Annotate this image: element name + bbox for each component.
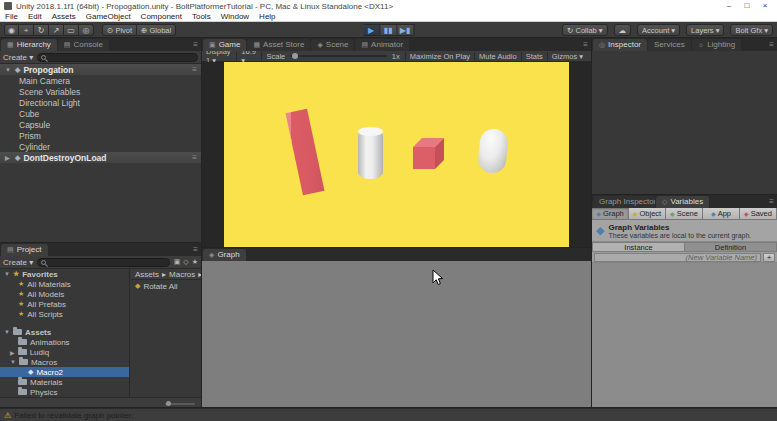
menu-gameobject[interactable]: GameObject (86, 12, 131, 21)
step-button[interactable]: ▶▮ (397, 24, 414, 36)
project-fav-all-models[interactable]: ★All Models (0, 289, 129, 299)
maximize-button[interactable]: □ (739, 1, 755, 11)
hand-tool-button[interactable]: ◉ (4, 24, 19, 36)
panel-menu-icon[interactable]: ≡ (769, 40, 774, 49)
tab-variables[interactable]: ◇Variables (656, 196, 709, 208)
kind-tab-scene[interactable]: ◆Scene (666, 208, 703, 219)
project-create-button[interactable]: Create ▾ (3, 258, 33, 267)
foldout-open-icon[interactable]: ▼ (4, 271, 10, 277)
hierarchy-item-capsule[interactable]: Capsule (0, 119, 201, 130)
project-zoom-slider[interactable] (165, 403, 195, 405)
hierarchy-create-button[interactable]: Create ▾ (3, 53, 33, 62)
rect-tool-button[interactable]: ▭ (64, 24, 79, 36)
project-folder-physics[interactable]: Physics (0, 387, 129, 397)
project-search-input[interactable] (37, 258, 169, 267)
project-content-rotate-all[interactable]: ◆ Rotate All (131, 280, 201, 292)
pause-button[interactable]: ▮▮ (380, 24, 397, 36)
tab-hierarchy[interactable]: ▦Hierarchy (1, 39, 57, 51)
tab-scene[interactable]: ◈Scene (311, 39, 354, 51)
breadcrumb-macros[interactable]: Macros (169, 270, 195, 279)
breadcrumb-assets[interactable]: Assets (135, 270, 159, 279)
menu-edit[interactable]: Edit (28, 12, 42, 21)
tab-console[interactable]: ▤Console (58, 39, 109, 51)
hierarchy-scene-row[interactable]: ▼ ◈ Propogation ≡ (0, 64, 201, 75)
slider-knob[interactable] (166, 401, 171, 406)
foldout-closed-icon[interactable]: ▶ (10, 349, 15, 356)
foldout-open-icon[interactable]: ▼ (4, 329, 10, 335)
project-folder-animations[interactable]: Animations (0, 337, 129, 347)
graph-canvas[interactable] (202, 261, 591, 407)
kind-tab-saved[interactable]: ◆Saved (740, 208, 777, 219)
foldout-closed-icon[interactable]: ▶ (5, 154, 12, 161)
minimize-button[interactable]: – (721, 1, 737, 11)
menu-window[interactable]: Window (221, 12, 249, 21)
scene-menu-icon[interactable]: ≡ (192, 65, 197, 74)
scale-slider[interactable] (290, 55, 386, 57)
project-folder-materials[interactable]: Materials (0, 377, 129, 387)
panel-menu-icon[interactable]: ≡ (583, 40, 588, 49)
menu-component[interactable]: Component (141, 12, 182, 21)
project-favorites-row[interactable]: ▼ ★ Favorites (0, 269, 129, 279)
add-variable-button[interactable]: + (763, 253, 775, 262)
tab-services[interactable]: Services (648, 39, 691, 51)
hierarchy-item-cylinder[interactable]: Cylinder (0, 141, 201, 152)
kind-tab-app[interactable]: ◆App (703, 208, 740, 219)
hierarchy-item-main-camera[interactable]: Main Camera (0, 75, 201, 86)
panel-menu-icon[interactable]: ≡ (193, 40, 198, 49)
kind-tab-object[interactable]: ◆Object (629, 208, 666, 219)
panel-menu-icon[interactable]: ≡ (193, 245, 198, 254)
slider-knob[interactable] (292, 53, 298, 59)
panel-menu-icon[interactable]: ≡ (769, 197, 774, 206)
project-folder-macros[interactable]: ▼Macros (0, 357, 129, 367)
tab-graph[interactable]: ◈Graph (203, 249, 246, 261)
layers-dropdown[interactable]: Layers ▾ (686, 24, 724, 36)
hierarchy-search-input[interactable] (37, 53, 198, 62)
project-fav-all-materials[interactable]: ★All Materials (0, 279, 129, 289)
status-bar[interactable]: ⚠ Failed to revalidate graph pointer: (0, 408, 777, 421)
tab-animator[interactable]: ▤Animator (355, 39, 409, 51)
menu-file[interactable]: File (5, 12, 18, 21)
project-folder-ludiq[interactable]: ▶Ludiq (0, 347, 129, 357)
project-fav-all-prefabs[interactable]: ★All Prefabs (0, 299, 129, 309)
menu-tools[interactable]: Tools (192, 12, 211, 21)
hierarchy-item-directional-light[interactable]: Directional Light (0, 97, 201, 108)
menu-help[interactable]: Help (259, 12, 275, 21)
scene-menu-icon[interactable]: ≡ (192, 153, 197, 162)
kind-tab-graph[interactable]: ◆Graph (592, 208, 629, 219)
tab-project[interactable]: ▤Project (1, 244, 48, 256)
menu-assets[interactable]: Assets (52, 12, 76, 21)
move-tool-button[interactable]: + (19, 24, 34, 36)
hierarchy-item-cube[interactable]: Cube (0, 108, 201, 119)
pivot-toggle-button[interactable]: ⊙ Pivot (102, 24, 137, 36)
tab-lighting[interactable]: ☼Lighting (692, 39, 741, 51)
project-assets-row[interactable]: ▼ Assets (0, 327, 129, 337)
tab-inspector[interactable]: ◎Inspector (593, 39, 647, 51)
layout-dropdown[interactable]: Bolt Gfx ▾ (730, 24, 773, 36)
definition-tab[interactable]: Definition (685, 242, 777, 252)
mute-audio-toggle[interactable]: Mute Audio (474, 52, 521, 61)
maximize-on-play-toggle[interactable]: Maximize On Play (405, 52, 474, 61)
scale-tool-button[interactable]: ↗ (49, 24, 64, 36)
transform-tool-button[interactable]: ◎ (79, 24, 94, 36)
hierarchy-item-scene-variables[interactable]: Scene Variables (0, 86, 201, 97)
global-toggle-button[interactable]: ⊕ Global (137, 24, 176, 36)
tab-graph-inspector[interactable]: Graph Inspector (593, 196, 655, 208)
new-variable-input[interactable]: (New Variable Name) (594, 253, 761, 262)
instance-tab[interactable]: Instance (592, 242, 685, 252)
cloud-button[interactable]: ☁ (614, 24, 632, 36)
project-fav-all-scripts[interactable]: ★All Scripts (0, 309, 129, 319)
tab-asset-store[interactable]: ▦Asset Store (247, 39, 310, 51)
account-dropdown[interactable]: Account ▾ (637, 24, 680, 36)
favorite-search-button[interactable]: ★ (192, 258, 198, 266)
search-by-type-button[interactable]: ▣ (174, 258, 181, 266)
collab-button[interactable]: ↻ Collab ▾ (562, 24, 608, 36)
hierarchy-item-prism[interactable]: Prism (0, 130, 201, 141)
hierarchy-dontdestroy-row[interactable]: ▶ ◈ DontDestroyOnLoad ≡ (0, 152, 201, 163)
foldout-open-icon[interactable]: ▼ (5, 67, 12, 73)
project-item-macro2[interactable]: ◆Macro2 (0, 367, 129, 377)
tab-game[interactable]: ▣Game (203, 39, 246, 51)
close-button[interactable]: × (757, 1, 773, 11)
stats-toggle[interactable]: Stats (521, 52, 547, 61)
gizmos-dropdown[interactable]: Gizmos ▾ (547, 52, 587, 61)
rotate-tool-button[interactable]: ↻ (34, 24, 49, 36)
